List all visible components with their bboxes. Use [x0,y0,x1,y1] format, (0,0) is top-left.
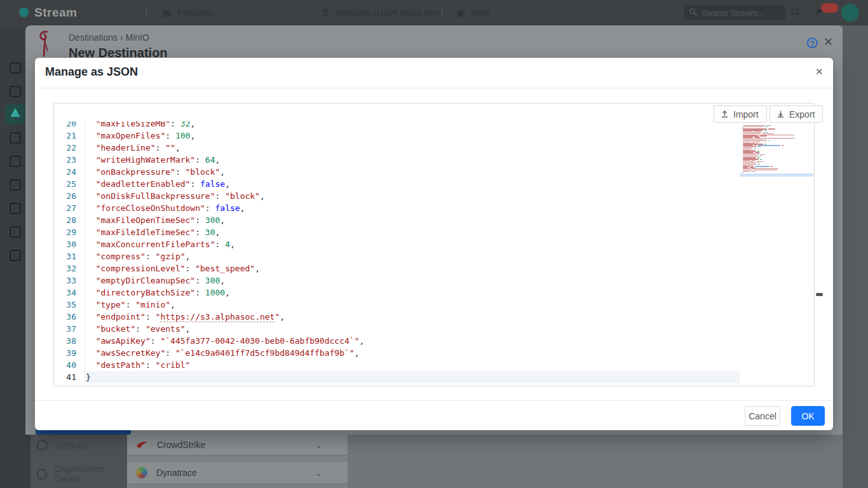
line-number: 32 [54,262,85,274]
minimap-active-line-highlight [740,173,813,177]
code-line: 20 "maxFileSizeMB": 32, [54,121,814,130]
code-line: 39 "awsSecretKey": "`e14c9a0401ff7d5cf9b… [54,347,814,359]
products-menu[interactable]: ▦ Products [163,8,212,18]
app-logo: Stream [34,6,77,20]
export-label: Export [789,109,815,119]
line-number: 21 [54,130,85,142]
code-line: 40 "destPath": "cribl" [54,359,814,371]
line-number: 36 [54,311,85,323]
line-number: 24 [54,166,85,178]
person-icon [321,8,330,18]
line-number: 34 [54,287,85,299]
destinations-icon [10,108,20,117]
cancel-label: Cancel [749,411,776,421]
divider [146,6,147,19]
code-line: 31 "compress": "gzip", [54,250,814,262]
modal-scrollbar-thumb[interactable] [816,293,823,296]
page-background-right [843,25,868,488]
screen: Stream ▦ Products alphasoc (USW cloud-ti… [0,0,868,488]
workspace-icon: ▣ [456,8,466,18]
line-number: 26 [54,190,85,202]
notification-badge [821,3,838,13]
ok-label: OK [801,411,814,421]
code-editor[interactable]: 20 "maxFileSizeMB": 32,21 "maxOpenFiles"… [54,121,814,386]
code-line: 22 "headerLine": "", [54,142,814,154]
destination-group-row[interactable]: CrowdStrike ⌄ [127,435,348,456]
ok-button[interactable]: OK [791,406,825,426]
line-number: 30 [54,238,85,250]
line-number: 33 [54,274,85,287]
help-icon[interactable]: ? [807,37,818,48]
line-number: 39 [54,347,85,359]
minio-logo [36,29,55,61]
code-line: 35 "type": "minio", [54,299,814,311]
search-icon [689,7,697,18]
workspace-menu[interactable]: ▣ main [456,8,490,18]
code-line: 34 "directoryBatchSize": 1000, [54,287,814,299]
nav-icon-5[interactable] [10,156,21,167]
org-label: alphasoc (USW cloud-tier) [336,8,439,18]
settings-label: Settings [55,440,88,451]
modal-title: Manage as JSON [45,65,138,79]
code-line: 21 "maxOpenFiles": 100, [54,130,814,142]
destination-group-row[interactable]: Dynatrace ⌄ [127,462,348,484]
gear-icon [37,440,48,451]
code-line: 24 "onBackpressure": "block", [54,166,814,178]
code-line: 32 "compressionLevel": "best_speed", [54,262,814,274]
cancel-button[interactable]: Cancel [745,406,780,426]
org-details-nav-item[interactable]: Organization Details [37,464,127,484]
code-line: 29 "maxFileIdleTimeSec": 30, [54,226,814,238]
divider [442,6,442,19]
nav-icon-2[interactable] [10,86,21,97]
settings-nav-item[interactable]: Settings [37,440,88,451]
line-number: 31 [54,250,85,262]
notifications-bell-icon[interactable] [790,7,800,20]
code-line: 27 "forceCloseOnShutdown": false, [54,202,814,214]
json-editor-container: Import Export 20 "maxFileSizeMB": 32,21 … [53,103,815,386]
search-placeholder: Search Stream... [702,8,764,18]
global-search-input[interactable]: Search Stream... [684,5,785,20]
export-button[interactable]: Export [770,105,823,123]
modal-header: Manage as JSON ✕ [35,58,833,88]
nav-icon-9[interactable] [10,250,21,261]
breadcrumb: Destinations › MinIO [69,32,149,43]
nav-panel-bottom: Settings Organization Details [31,435,127,488]
nav-icon-7[interactable] [10,203,21,214]
breadcrumb-minio: MinIO [126,32,149,43]
import-label: Import [733,109,759,119]
nav-icon-8[interactable] [10,226,21,238]
line-number: 37 [54,323,85,335]
chevron-down-icon[interactable]: ⌄ [315,468,322,478]
import-button[interactable]: Import [714,105,767,123]
line-number: 29 [54,226,85,238]
footer-divider [35,400,833,401]
page-background-bottom [348,435,843,488]
manage-as-json-modal: Manage as JSON ✕ Import Export 20 "maxFi… [35,58,833,430]
editor-minimap[interactable] [740,125,813,177]
line-number: 28 [54,214,85,226]
cribl-logo-icon [19,8,29,17]
drawer-close-icon[interactable]: ✕ [824,36,833,48]
row-label: Dynatrace [156,468,306,478]
org-menu[interactable]: alphasoc (USW cloud-tier) [321,8,439,18]
line-number: 23 [54,154,85,166]
crowdstrike-icon [136,440,148,450]
line-number: 38 [54,335,85,347]
products-label: Products [177,8,212,18]
org-details-label: Organization Details [55,464,127,484]
code-line: 23 "writeHighWaterMark": 64, [54,154,814,166]
line-number: 35 [54,299,85,311]
dynatrace-icon [136,467,147,478]
nav-icon-6[interactable] [10,179,21,191]
chevron-down-icon[interactable]: ⌄ [315,440,322,450]
nav-icon-1[interactable] [10,62,21,74]
top-bar: Stream ▦ Products alphasoc (USW cloud-ti… [0,0,868,25]
breadcrumb-separator: › [120,32,123,43]
nav-icon-4[interactable] [10,132,21,144]
user-avatar[interactable] [841,4,859,22]
minimap-rows [740,125,813,173]
line-number: 25 [54,178,85,190]
code-line: 28 "maxFileOpenTimeSec": 300, [54,214,814,226]
breadcrumb-destinations[interactable]: Destinations [69,32,118,43]
modal-close-icon[interactable]: ✕ [815,67,824,77]
